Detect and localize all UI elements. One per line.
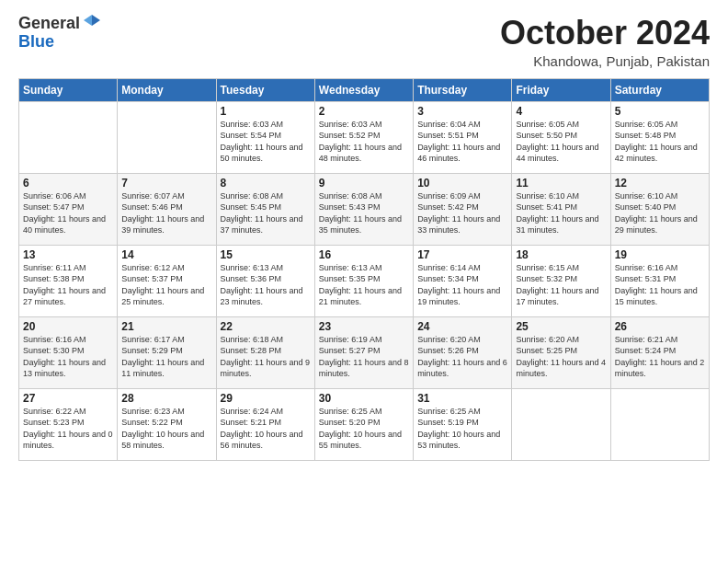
calendar-row: 13Sunrise: 6:11 AMSunset: 5:38 PMDayligh… — [19, 245, 710, 316]
day-info: Sunrise: 6:04 AMSunset: 5:51 PMDaylight:… — [417, 119, 507, 165]
calendar-cell: 14Sunrise: 6:12 AMSunset: 5:37 PMDayligh… — [118, 245, 216, 316]
day-info: Sunrise: 6:08 AMSunset: 5:45 PMDaylight:… — [221, 190, 311, 236]
day-number: 27 — [23, 392, 113, 405]
svg-marker-0 — [92, 15, 100, 26]
weekday-header: Monday — [118, 78, 216, 101]
weekday-header: Wednesday — [314, 78, 413, 101]
logo-blue: Blue — [18, 32, 54, 51]
day-info: Sunrise: 6:20 AMSunset: 5:25 PMDaylight:… — [516, 334, 606, 380]
day-info: Sunrise: 6:12 AMSunset: 5:37 PMDaylight:… — [121, 262, 211, 308]
day-number: 28 — [121, 392, 211, 405]
day-info: Sunrise: 6:19 AMSunset: 5:27 PMDaylight:… — [319, 334, 409, 380]
day-number: 19 — [615, 248, 705, 261]
weekday-header: Friday — [512, 78, 610, 101]
day-number: 5 — [615, 105, 705, 118]
calendar-cell: 17Sunrise: 6:14 AMSunset: 5:34 PMDayligh… — [414, 245, 512, 316]
calendar-cell: 31Sunrise: 6:25 AMSunset: 5:19 PMDayligh… — [414, 388, 512, 460]
day-info: Sunrise: 6:03 AMSunset: 5:54 PMDaylight:… — [221, 119, 311, 165]
day-number: 25 — [516, 320, 606, 333]
day-number: 26 — [615, 320, 705, 333]
day-number: 29 — [221, 392, 311, 405]
calendar-cell — [610, 388, 709, 460]
day-number: 10 — [417, 177, 507, 190]
day-number: 18 — [516, 248, 606, 261]
logo-general: General — [18, 15, 80, 33]
day-info: Sunrise: 6:24 AMSunset: 5:21 PMDaylight:… — [221, 406, 311, 452]
day-info: Sunrise: 6:08 AMSunset: 5:43 PMDaylight:… — [319, 190, 409, 236]
day-number: 22 — [221, 320, 311, 333]
day-info: Sunrise: 6:10 AMSunset: 5:41 PMDaylight:… — [516, 190, 606, 236]
day-info: Sunrise: 6:23 AMSunset: 5:22 PMDaylight:… — [121, 406, 211, 452]
day-info: Sunrise: 6:13 AMSunset: 5:35 PMDaylight:… — [319, 262, 409, 308]
day-number: 24 — [417, 320, 507, 333]
calendar-cell: 18Sunrise: 6:15 AMSunset: 5:32 PMDayligh… — [512, 245, 610, 316]
day-info: Sunrise: 6:16 AMSunset: 5:30 PMDaylight:… — [23, 334, 113, 380]
weekday-header: Tuesday — [216, 78, 314, 101]
location-title: Khandowa, Punjab, Pakistan — [500, 53, 710, 69]
weekday-header: Thursday — [414, 78, 512, 101]
calendar-cell: 6Sunrise: 6:06 AMSunset: 5:47 PMDaylight… — [19, 173, 118, 245]
calendar-cell: 10Sunrise: 6:09 AMSunset: 5:42 PMDayligh… — [414, 173, 512, 245]
day-info: Sunrise: 6:22 AMSunset: 5:23 PMDaylight:… — [23, 406, 113, 452]
calendar-cell: 12Sunrise: 6:10 AMSunset: 5:40 PMDayligh… — [610, 173, 709, 245]
day-info: Sunrise: 6:05 AMSunset: 5:50 PMDaylight:… — [516, 119, 606, 165]
logo: General Blue — [18, 15, 102, 52]
day-number: 8 — [221, 177, 311, 190]
calendar-cell — [512, 388, 610, 460]
day-number: 6 — [23, 177, 113, 190]
day-number: 17 — [417, 248, 507, 261]
day-info: Sunrise: 6:11 AMSunset: 5:38 PMDaylight:… — [23, 262, 113, 308]
day-number: 15 — [221, 248, 311, 261]
day-info: Sunrise: 6:05 AMSunset: 5:48 PMDaylight:… — [615, 119, 705, 165]
day-info: Sunrise: 6:03 AMSunset: 5:52 PMDaylight:… — [319, 119, 409, 165]
day-info: Sunrise: 6:06 AMSunset: 5:47 PMDaylight:… — [23, 190, 113, 236]
day-number: 31 — [417, 392, 507, 405]
day-number: 3 — [417, 105, 507, 118]
day-info: Sunrise: 6:10 AMSunset: 5:40 PMDaylight:… — [615, 190, 705, 236]
calendar-cell: 15Sunrise: 6:13 AMSunset: 5:36 PMDayligh… — [216, 245, 314, 316]
logo-text-block: General Blue — [18, 15, 102, 52]
day-info: Sunrise: 6:18 AMSunset: 5:28 PMDaylight:… — [221, 334, 311, 380]
header-row: SundayMondayTuesdayWednesdayThursdayFrid… — [19, 78, 710, 101]
calendar-cell: 9Sunrise: 6:08 AMSunset: 5:43 PMDaylight… — [314, 173, 413, 245]
day-number: 9 — [319, 177, 409, 190]
day-number: 4 — [516, 105, 606, 118]
day-info: Sunrise: 6:20 AMSunset: 5:26 PMDaylight:… — [417, 334, 507, 380]
day-number: 1 — [221, 105, 311, 118]
calendar-cell: 24Sunrise: 6:20 AMSunset: 5:26 PMDayligh… — [414, 316, 512, 388]
calendar-cell — [118, 101, 216, 173]
day-number: 7 — [121, 177, 211, 190]
calendar-table: SundayMondayTuesdayWednesdayThursdayFrid… — [18, 78, 710, 461]
day-number: 12 — [615, 177, 705, 190]
calendar-cell: 22Sunrise: 6:18 AMSunset: 5:28 PMDayligh… — [216, 316, 314, 388]
calendar-cell: 16Sunrise: 6:13 AMSunset: 5:35 PMDayligh… — [314, 245, 413, 316]
day-number: 30 — [319, 392, 409, 405]
day-info: Sunrise: 6:16 AMSunset: 5:31 PMDaylight:… — [615, 262, 705, 308]
calendar-cell: 5Sunrise: 6:05 AMSunset: 5:48 PMDaylight… — [610, 101, 709, 173]
calendar-cell: 11Sunrise: 6:10 AMSunset: 5:41 PMDayligh… — [512, 173, 610, 245]
calendar-cell: 19Sunrise: 6:16 AMSunset: 5:31 PMDayligh… — [610, 245, 709, 316]
day-number: 14 — [121, 248, 211, 261]
calendar-cell: 21Sunrise: 6:17 AMSunset: 5:29 PMDayligh… — [118, 316, 216, 388]
svg-marker-1 — [84, 15, 92, 26]
weekday-header: Saturday — [610, 78, 709, 101]
calendar-row: 1Sunrise: 6:03 AMSunset: 5:54 PMDaylight… — [19, 101, 710, 173]
day-info: Sunrise: 6:25 AMSunset: 5:19 PMDaylight:… — [417, 406, 507, 452]
calendar-row: 6Sunrise: 6:06 AMSunset: 5:47 PMDaylight… — [19, 173, 710, 245]
calendar-cell: 26Sunrise: 6:21 AMSunset: 5:24 PMDayligh… — [610, 316, 709, 388]
day-number: 2 — [319, 105, 409, 118]
page: General Blue October 2024 Khandowa, Punj… — [0, 0, 728, 563]
day-info: Sunrise: 6:09 AMSunset: 5:42 PMDaylight:… — [417, 190, 507, 236]
calendar-cell: 28Sunrise: 6:23 AMSunset: 5:22 PMDayligh… — [118, 388, 216, 460]
title-block: October 2024 Khandowa, Punjab, Pakistan — [500, 15, 710, 69]
month-title: October 2024 — [500, 15, 710, 52]
day-number: 11 — [516, 177, 606, 190]
calendar-cell: 27Sunrise: 6:22 AMSunset: 5:23 PMDayligh… — [19, 388, 118, 460]
day-number: 13 — [23, 248, 113, 261]
day-number: 16 — [319, 248, 409, 261]
calendar-cell: 20Sunrise: 6:16 AMSunset: 5:30 PMDayligh… — [19, 316, 118, 388]
day-number: 21 — [121, 320, 211, 333]
weekday-header: Sunday — [19, 78, 118, 101]
calendar-cell: 13Sunrise: 6:11 AMSunset: 5:38 PMDayligh… — [19, 245, 118, 316]
logo-line1: General — [18, 15, 102, 33]
